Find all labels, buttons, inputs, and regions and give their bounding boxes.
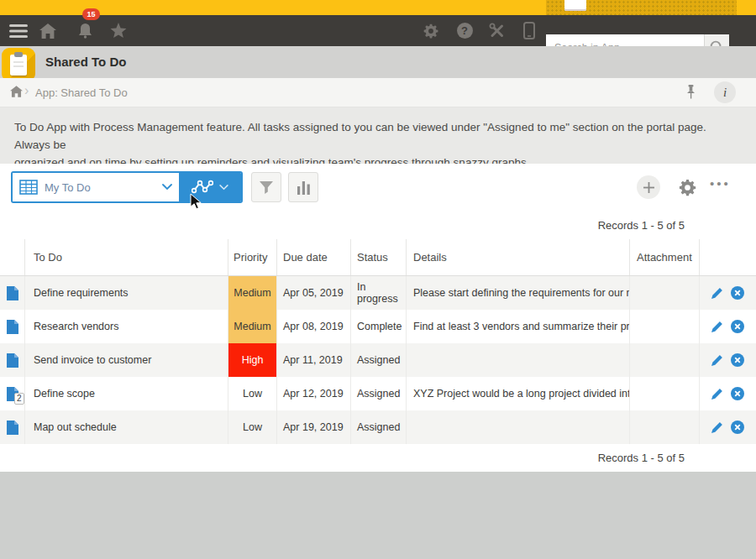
line-graph-icon (192, 180, 213, 195)
graph-view-button[interactable] (179, 173, 241, 201)
due-date-cell: Apr 19, 2019 (277, 410, 351, 444)
bar-chart-icon (297, 180, 311, 195)
todo-cell[interactable]: Send invoice to customer (25, 343, 228, 377)
help-icon: ? (457, 23, 473, 39)
app-info-button[interactable]: i (714, 81, 736, 103)
chart-button[interactable] (288, 172, 318, 202)
records-summary-bottom: Records 1 - 5 of 5 (598, 452, 685, 464)
delete-record-button[interactable] (731, 387, 744, 400)
due-date-cell: Apr 08, 2019 (277, 310, 351, 343)
actions-cell (700, 310, 756, 343)
record-doc-icon (7, 286, 18, 300)
attachment-cell (630, 343, 700, 377)
breadcrumb-app-link[interactable]: App: Shared To Do (35, 86, 128, 99)
due-date-cell: Apr 11, 2019 (277, 343, 351, 377)
header-priority[interactable]: Priority (228, 239, 277, 275)
delete-record-button[interactable] (731, 421, 744, 434)
edit-record-button[interactable] (711, 321, 723, 332)
breadcrumb-chevron-icon: › (24, 83, 29, 98)
table-view-icon (19, 180, 38, 195)
dropdown-overlay-artifact (546, 0, 737, 15)
record-icon-cell[interactable] (0, 410, 25, 444)
notification-count-badge: 15 (82, 8, 100, 20)
help-button[interactable]: ? (454, 15, 475, 46)
edit-record-button[interactable] (711, 421, 723, 433)
record-icon-cell[interactable] (0, 276, 25, 310)
app-title: Shared To Do (45, 46, 126, 78)
funnel-icon (259, 180, 274, 195)
header-todo[interactable]: To Do (25, 239, 228, 275)
priority-value: Medium (228, 276, 276, 310)
record-icon-cell[interactable] (0, 343, 25, 377)
todo-cell[interactable]: Define requirements (25, 276, 228, 310)
priority-cell: Low (228, 410, 277, 444)
hamburger-menu-button[interactable] (7, 15, 30, 46)
pin-icon (685, 84, 696, 101)
todo-cell[interactable]: Map out schedule (25, 410, 228, 444)
table-row: 2 Define scope Low Apr 12, 2019 Assigned… (0, 377, 756, 410)
circle-x-icon (731, 421, 744, 434)
edit-record-button[interactable] (711, 354, 723, 366)
view-selector-current[interactable]: My To Do (13, 173, 179, 201)
pin-button[interactable] (685, 84, 696, 104)
mobile-icon (523, 22, 535, 39)
mobile-view-button[interactable] (519, 15, 539, 46)
header-actions-col (700, 239, 756, 275)
due-date-cell: Apr 05, 2019 (277, 276, 351, 310)
pencil-icon (711, 354, 723, 366)
global-topbar: 15 ? (0, 15, 756, 46)
breadcrumb-home-button[interactable] (10, 86, 23, 101)
header-status[interactable]: Status (351, 239, 407, 275)
delete-record-button[interactable] (731, 353, 744, 367)
home-button[interactable] (37, 15, 59, 46)
table-row: Map out schedule Low Apr 19, 2019 Assign… (0, 410, 756, 444)
pencil-icon (711, 321, 723, 332)
header-details[interactable]: Details (407, 239, 630, 275)
settings-button[interactable] (420, 15, 442, 46)
admin-tools-button[interactable] (486, 15, 507, 46)
delete-record-button[interactable] (731, 286, 744, 300)
breadcrumb: › App: Shared To Do (0, 78, 756, 107)
brand-strip (0, 0, 756, 15)
app-icon[interactable] (2, 48, 35, 81)
status-cell: Assigned (351, 377, 407, 410)
edit-record-button[interactable] (711, 287, 723, 299)
favorites-button[interactable] (108, 15, 129, 46)
pencil-icon (711, 287, 723, 299)
header-due-date[interactable]: Due date (277, 239, 351, 275)
attachment-count-badge: 2 (14, 393, 24, 405)
table-row: Research vendors Medium Apr 08, 2019 Com… (0, 310, 756, 343)
details-cell: Please start defining the requirements f… (407, 276, 630, 310)
todo-cell[interactable]: Define scope (25, 377, 228, 410)
more-options-button[interactable]: ••• (710, 174, 731, 194)
kintone-app-screen: 15 ? (0, 0, 756, 559)
record-icon-cell[interactable] (0, 310, 25, 343)
info-icon: i (723, 86, 727, 100)
todo-cell[interactable]: Research vendors (25, 310, 228, 343)
hamburger-icon (9, 24, 28, 38)
clipboard-icon (10, 55, 27, 76)
header-attachment[interactable]: Attachment (630, 239, 700, 275)
bell-icon (77, 23, 93, 39)
due-date-cell: Apr 12, 2019 (277, 377, 351, 410)
priority-cell: Low (228, 377, 277, 410)
details-cell (407, 410, 630, 444)
footer-area (0, 472, 756, 559)
app-settings-button[interactable] (675, 175, 699, 199)
record-doc-icon (7, 353, 18, 368)
details-cell (407, 343, 630, 377)
star-icon (110, 23, 127, 39)
record-icon-cell[interactable]: 2 (0, 377, 25, 410)
filter-button[interactable] (251, 172, 281, 202)
tools-icon (489, 23, 505, 39)
view-selector[interactable]: My To Do (11, 171, 243, 203)
record-doc-icon: 2 (7, 387, 18, 401)
chevron-down-icon (162, 184, 172, 191)
priority-cell: Medium (228, 276, 277, 310)
table-row: Define requirements Medium Apr 05, 2019 … (0, 276, 756, 310)
table-header-row: To Do Priority Due date Status Details A… (0, 239, 756, 276)
add-record-button[interactable] (637, 175, 660, 199)
delete-record-button[interactable] (731, 320, 744, 333)
notifications-button[interactable]: 15 (74, 15, 96, 46)
edit-record-button[interactable] (711, 388, 723, 400)
